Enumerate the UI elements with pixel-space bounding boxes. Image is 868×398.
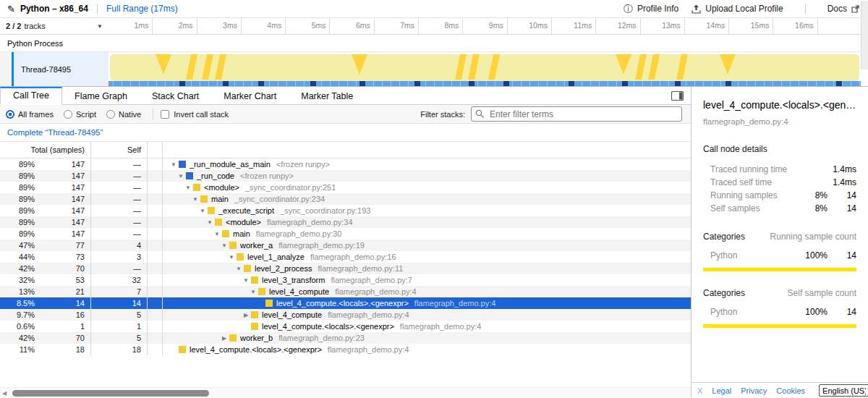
total-percent: 0.6% — [0, 322, 35, 331]
self-samples: 18 — [91, 344, 148, 355]
table-row[interactable]: 89%147—▼_execute_script_sync_coordinator… — [0, 205, 691, 216]
function-name: worker_a — [240, 241, 273, 250]
sidebar-panel-icon — [671, 91, 684, 101]
total-samples: 147 — [35, 218, 90, 226]
table-row[interactable]: 47%774▼worker_aflamegraph_demo.py:19 — [0, 240, 691, 251]
collapse-icon[interactable]: ▼ — [169, 161, 179, 168]
collapse-icon[interactable]: ▼ — [212, 231, 222, 237]
total-samples: 53 — [35, 276, 90, 284]
total-percent: 44% — [0, 253, 35, 261]
function-location: <frozen runpy> — [276, 160, 330, 169]
radio-icon — [106, 110, 115, 119]
tracks-selector[interactable]: 2 / 2 tracks ▼ — [0, 18, 109, 34]
scrollbar-thumb[interactable] — [12, 390, 209, 397]
column-total-header[interactable]: Total (samples) — [0, 142, 91, 158]
collapse-icon[interactable]: ▼ — [241, 277, 251, 284]
ruler-tick: 4ms — [242, 18, 286, 34]
profile-info-button[interactable]: ⓘ Profile Info — [624, 4, 678, 14]
collapse-icon[interactable]: ▼ — [190, 196, 200, 203]
table-row[interactable]: 42%705▶worker_bflamegraph_demo.py:23 — [0, 332, 691, 344]
table-row[interactable]: 32%5332▼level_3_transformflamegraph_demo… — [0, 274, 691, 286]
footer-link-cookies[interactable]: Cookies — [776, 386, 805, 395]
table-row[interactable]: 44%733▼level_1_analyzeflamegraph_demo.py… — [0, 251, 691, 263]
footer-links: XLegalPrivacyCookies — [697, 386, 805, 395]
radio-all-frames[interactable]: All frames — [6, 110, 54, 119]
invert-callstack-checkbox[interactable]: Invert call stack — [161, 110, 229, 119]
table-row[interactable]: 8.5%1414level_4_compute.<locals>.<genexp… — [0, 297, 691, 309]
column-gap — [148, 142, 163, 158]
footer-link-x[interactable]: X — [697, 386, 702, 395]
edit-pencil-icon[interactable]: ✎ — [7, 4, 15, 14]
collapse-icon[interactable]: ▼ — [226, 254, 237, 261]
table-row[interactable]: 89%147—▼<module>_sync_coordinator.py:251 — [0, 182, 691, 193]
open-sidebar-button[interactable] — [671, 91, 684, 101]
tracks-scrollbar[interactable] — [861, 1, 868, 69]
column-gap — [148, 297, 163, 309]
thread-name: Thread-78495 — [21, 65, 71, 74]
category-square-icon — [208, 207, 215, 214]
collapse-icon[interactable]: ▼ — [183, 185, 193, 191]
table-row[interactable]: 89%147—▼<module>flamegraph_demo.py:34 — [0, 216, 691, 228]
category-square-icon — [193, 184, 200, 191]
tracks-count-label: tracks — [24, 22, 45, 30]
column-gap — [148, 182, 163, 193]
legal-footer: XLegalPrivacyCookies English (US) ▼ — [691, 382, 868, 398]
expand-icon[interactable]: ▶ — [219, 335, 229, 342]
collapse-icon[interactable]: ▼ — [248, 289, 258, 295]
category-square-icon — [215, 219, 222, 226]
collapse-icon[interactable]: ▼ — [234, 266, 244, 272]
search-icon — [475, 109, 485, 119]
table-row[interactable]: 9.7%165▶level_4_computeflamegraph_demo.p… — [0, 309, 691, 321]
thread-track-label[interactable]: Thread-78495 — [14, 52, 109, 86]
function-name: level_4_compute.<locals>.<genexpr> — [190, 345, 322, 354]
process-track-header[interactable]: Python Process — [0, 35, 868, 52]
tab-call-tree[interactable]: Call Tree — [0, 87, 62, 105]
checkbox-icon — [161, 110, 169, 119]
collapse-icon[interactable]: ▼ — [219, 242, 229, 249]
function-name: main — [211, 195, 229, 203]
collapse-icon[interactable]: ▼ — [205, 219, 215, 226]
collapse-icon[interactable]: ▼ — [176, 173, 186, 179]
radio-label: All frames — [18, 110, 54, 119]
filter-stacks-input[interactable] — [471, 106, 682, 122]
footer-link-privacy[interactable]: Privacy — [741, 386, 767, 395]
table-row[interactable]: 89%147—▼main_sync_coordinator.py:234 — [0, 193, 691, 205]
category-row: Python100%14 — [703, 249, 856, 262]
footer-link-legal[interactable]: Legal — [712, 386, 731, 395]
collapse-icon[interactable]: ▼ — [197, 208, 208, 214]
thread-track[interactable]: Thread-78495 — [0, 52, 868, 86]
expand-icon[interactable]: ▶ — [241, 312, 251, 318]
radio-script[interactable]: Script — [64, 110, 96, 119]
ruler-tick: 16ms — [773, 18, 817, 34]
function-location: flamegraph_demo.py:23 — [278, 334, 365, 342]
docs-link[interactable]: Docs — [827, 4, 859, 14]
upload-profile-button[interactable]: Upload Local Profile — [692, 4, 783, 14]
total-percent: 42% — [0, 264, 35, 273]
column-self-header[interactable]: Self — [91, 142, 148, 158]
table-row[interactable]: 89%147—▼_run_module_as_main<frozen runpy… — [0, 158, 691, 170]
breadcrumb-root[interactable]: Complete “Thread-78495” — [7, 128, 103, 137]
thread-activity-graph[interactable] — [109, 52, 868, 86]
table-row[interactable]: 0.6%11level_4_compute.<locals>.<genexpr>… — [0, 321, 691, 332]
self-samples: — — [91, 158, 148, 170]
tab-stack-chart[interactable]: Stack Chart — [140, 87, 211, 104]
self-samples: 3 — [91, 251, 148, 263]
tab-marker-table[interactable]: Marker Table — [289, 87, 365, 104]
categories-header: CategoriesSelf sample count — [703, 288, 856, 298]
full-range-link[interactable]: Full Range (17ms) — [106, 4, 178, 14]
table-row[interactable]: 89%147—▼_run_code<frozen runpy> — [0, 170, 691, 182]
table-row[interactable]: 42%70—▼level_2_processflamegraph_demo.py… — [0, 263, 691, 274]
tab-marker-chart[interactable]: Marker Chart — [211, 87, 289, 104]
table-row[interactable]: 13%217▼level_4_computeflamegraph_demo.py… — [0, 286, 691, 297]
tab-flame-graph[interactable]: Flame Graph — [62, 87, 140, 104]
calltree-controls: All framesScriptNative Invert call stack… — [0, 105, 691, 124]
category-name: Python — [703, 307, 797, 317]
radio-native[interactable]: Native — [106, 110, 141, 119]
language-select[interactable]: English (US) — [819, 384, 868, 397]
table-row[interactable]: 89%147—▼mainflamegraph_demo.py:30 — [0, 228, 691, 240]
detail-label: Traced self time — [703, 177, 797, 187]
detail-value: 14 — [827, 203, 856, 213]
table-row[interactable]: 11%1818level_4_compute.<locals>.<genexpr… — [0, 344, 691, 355]
timeline-tracks: Python Process Thread-78495 — [0, 35, 868, 87]
scroll-left-arrow-icon[interactable]: ◀ — [2, 390, 7, 397]
